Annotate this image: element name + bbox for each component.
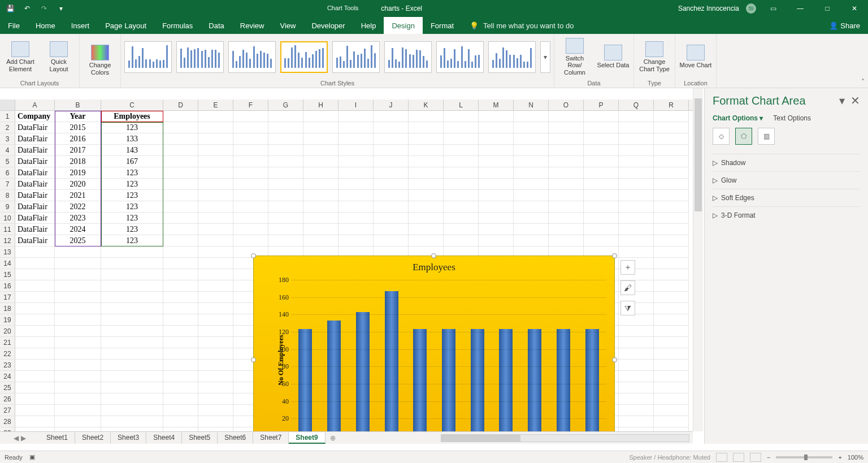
- cell[interactable]: [163, 416, 198, 427]
- row-header[interactable]: 4: [0, 145, 15, 156]
- row-header[interactable]: 25: [0, 382, 15, 393]
- cell[interactable]: DataFlair: [15, 190, 55, 201]
- cell[interactable]: [654, 179, 689, 190]
- cell[interactable]: [55, 348, 101, 360]
- col-H[interactable]: H: [303, 99, 338, 110]
- cell[interactable]: 123: [101, 235, 163, 246]
- sheet-tab[interactable]: Sheet7: [253, 432, 289, 444]
- cell[interactable]: [198, 235, 233, 246]
- cell[interactable]: [303, 167, 338, 179]
- new-sheet-button[interactable]: ⊕: [326, 434, 340, 442]
- undo-icon[interactable]: ↶: [21, 3, 33, 14]
- cell[interactable]: 167: [101, 156, 163, 167]
- cell[interactable]: [584, 213, 619, 224]
- user-avatar[interactable]: SI: [746, 3, 756, 14]
- cell[interactable]: [479, 111, 514, 122]
- cell[interactable]: [584, 235, 619, 246]
- chart-style-thumb[interactable]: [176, 41, 224, 73]
- redo-icon[interactable]: ↷: [38, 3, 50, 14]
- cell[interactable]: [514, 156, 549, 167]
- cell[interactable]: [101, 382, 163, 393]
- cell[interactable]: [101, 416, 163, 427]
- cell[interactable]: [619, 122, 654, 133]
- chart-style-thumb[interactable]: [124, 41, 172, 73]
- cell[interactable]: [584, 145, 619, 156]
- cell[interactable]: [163, 314, 198, 326]
- cell[interactable]: [654, 167, 689, 179]
- cell[interactable]: 143: [101, 145, 163, 156]
- section-glow[interactable]: ▷Glow: [713, 171, 860, 189]
- cell[interactable]: [479, 167, 514, 179]
- cell[interactable]: [55, 405, 101, 416]
- cell[interactable]: [198, 122, 233, 133]
- cell[interactable]: [55, 360, 101, 371]
- cell[interactable]: [15, 371, 55, 382]
- cell[interactable]: 123: [101, 167, 163, 179]
- cell[interactable]: [654, 133, 689, 145]
- cell[interactable]: [338, 111, 374, 122]
- cell[interactable]: [374, 156, 409, 167]
- cell[interactable]: 2022: [55, 201, 101, 213]
- save-icon[interactable]: 💾: [5, 3, 16, 14]
- zoom-level[interactable]: 100%: [848, 454, 863, 461]
- cell[interactable]: [15, 258, 55, 269]
- cell[interactable]: [654, 258, 689, 269]
- cell[interactable]: [584, 111, 619, 122]
- cell[interactable]: [338, 167, 374, 179]
- cell[interactable]: 2017: [55, 145, 101, 156]
- sheet-tab[interactable]: Sheet3: [111, 432, 146, 444]
- cell[interactable]: [654, 360, 689, 371]
- cell[interactable]: [444, 156, 479, 167]
- cell[interactable]: [374, 235, 409, 246]
- sheet-tab[interactable]: Sheet4: [146, 432, 182, 444]
- cell[interactable]: [233, 122, 268, 133]
- cell[interactable]: [514, 190, 549, 201]
- cell[interactable]: [338, 224, 374, 235]
- cell[interactable]: DataFlair: [15, 235, 55, 246]
- menu-view[interactable]: View: [272, 17, 303, 34]
- bar[interactable]: 2019: [413, 329, 427, 431]
- row-header[interactable]: 20: [0, 326, 15, 337]
- cell[interactable]: [479, 224, 514, 235]
- cell[interactable]: [163, 269, 198, 280]
- cell[interactable]: DataFlair: [15, 122, 55, 133]
- cell[interactable]: [198, 269, 233, 280]
- cell[interactable]: [619, 145, 654, 156]
- cell[interactable]: [409, 167, 444, 179]
- qat-customize-icon[interactable]: ▾: [55, 3, 67, 14]
- cell[interactable]: [549, 190, 584, 201]
- cell[interactable]: [268, 145, 303, 156]
- cell[interactable]: [374, 111, 409, 122]
- col-Q[interactable]: Q: [619, 99, 654, 110]
- cell[interactable]: [479, 201, 514, 213]
- row-header[interactable]: 10: [0, 213, 15, 224]
- cell[interactable]: [101, 280, 163, 292]
- cell[interactable]: [55, 337, 101, 348]
- cell[interactable]: [514, 179, 549, 190]
- cell[interactable]: [409, 235, 444, 246]
- cell[interactable]: [15, 427, 55, 431]
- cell[interactable]: [654, 156, 689, 167]
- row-header[interactable]: 27: [0, 405, 15, 416]
- cell[interactable]: [15, 348, 55, 360]
- cell[interactable]: [444, 201, 479, 213]
- close-icon[interactable]: ✕: [844, 1, 865, 16]
- cell[interactable]: [479, 190, 514, 201]
- cell[interactable]: [15, 382, 55, 393]
- row-header[interactable]: 21: [0, 337, 15, 348]
- cell[interactable]: [101, 427, 163, 431]
- cell[interactable]: [163, 213, 198, 224]
- cell[interactable]: [163, 235, 198, 246]
- cell[interactable]: [233, 156, 268, 167]
- zoom-out-icon[interactable]: −: [767, 454, 770, 461]
- cell[interactable]: [198, 145, 233, 156]
- cell[interactable]: [619, 111, 654, 122]
- cell[interactable]: [514, 201, 549, 213]
- vertical-scrollbar[interactable]: [693, 88, 703, 431]
- menu-developer[interactable]: Developer: [303, 17, 353, 34]
- cell[interactable]: [198, 416, 233, 427]
- cell[interactable]: [338, 213, 374, 224]
- cell[interactable]: [198, 133, 233, 145]
- cell[interactable]: [514, 167, 549, 179]
- cell[interactable]: [654, 235, 689, 246]
